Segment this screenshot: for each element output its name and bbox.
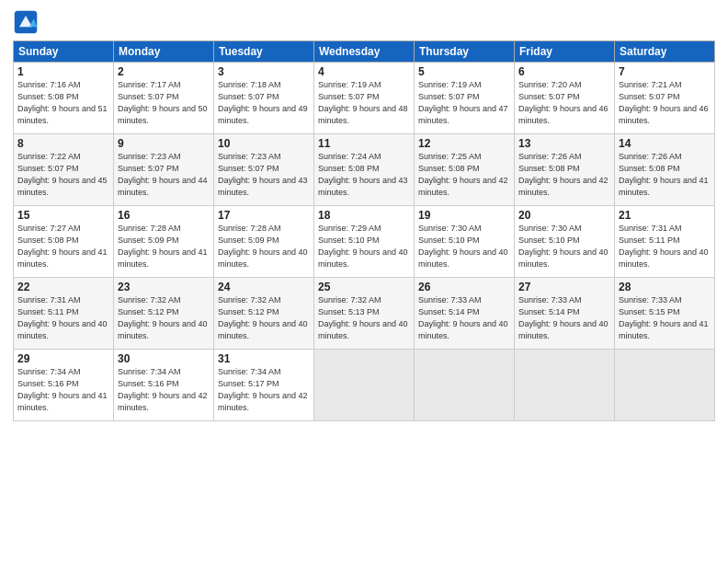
- day-number: 26: [418, 281, 510, 293]
- weekday-saturday: Saturday: [615, 41, 715, 63]
- day-number: 17: [218, 209, 310, 222]
- day-number: 14: [619, 137, 711, 150]
- calendar-table: SundayMondayTuesdayWednesdayThursdayFrid…: [13, 40, 715, 421]
- day-cell: 7Sunrise: 7:21 AM Sunset: 5:07 PM Daylig…: [615, 63, 715, 134]
- day-info: Sunrise: 7:22 AM Sunset: 5:07 PM Dayligh…: [17, 151, 109, 199]
- day-cell: 23Sunrise: 7:32 AM Sunset: 5:12 PM Dayli…: [114, 278, 214, 350]
- logo-icon: [13, 9, 39, 35]
- day-number: 4: [318, 65, 410, 78]
- day-cell: 12Sunrise: 7:25 AM Sunset: 5:08 PM Dayli…: [415, 134, 515, 206]
- day-info: Sunrise: 7:32 AM Sunset: 5:13 PM Dayligh…: [318, 294, 410, 342]
- day-cell: [615, 350, 715, 421]
- day-cell: 4Sunrise: 7:19 AM Sunset: 5:07 PM Daylig…: [314, 63, 415, 134]
- day-info: Sunrise: 7:30 AM Sunset: 5:10 PM Dayligh…: [518, 223, 610, 270]
- weekday-monday: Monday: [114, 41, 214, 63]
- weekday-tuesday: Tuesday: [214, 41, 314, 63]
- weekday-thursday: Thursday: [415, 41, 515, 63]
- week-row-2: 8Sunrise: 7:22 AM Sunset: 5:07 PM Daylig…: [14, 134, 715, 206]
- day-number: 2: [118, 65, 210, 78]
- day-number: 22: [17, 281, 109, 293]
- day-cell: 28Sunrise: 7:33 AM Sunset: 5:15 PM Dayli…: [615, 278, 715, 350]
- day-info: Sunrise: 7:33 AM Sunset: 5:14 PM Dayligh…: [418, 294, 510, 342]
- day-number: 23: [118, 281, 210, 293]
- day-info: Sunrise: 7:33 AM Sunset: 5:14 PM Dayligh…: [518, 294, 610, 342]
- day-info: Sunrise: 7:21 AM Sunset: 5:07 PM Dayligh…: [619, 79, 711, 127]
- weekday-header-row: SundayMondayTuesdayWednesdayThursdayFrid…: [14, 41, 715, 63]
- day-number: 29: [17, 352, 109, 365]
- day-cell: 8Sunrise: 7:22 AM Sunset: 5:07 PM Daylig…: [14, 134, 114, 206]
- day-info: Sunrise: 7:31 AM Sunset: 5:11 PM Dayligh…: [619, 223, 711, 270]
- day-cell: 17Sunrise: 7:28 AM Sunset: 5:09 PM Dayli…: [214, 206, 314, 278]
- day-info: Sunrise: 7:32 AM Sunset: 5:12 PM Dayligh…: [218, 294, 310, 342]
- day-number: 25: [318, 281, 410, 293]
- day-info: Sunrise: 7:33 AM Sunset: 5:15 PM Dayligh…: [619, 294, 711, 342]
- day-cell: 10Sunrise: 7:23 AM Sunset: 5:07 PM Dayli…: [214, 134, 314, 206]
- day-info: Sunrise: 7:31 AM Sunset: 5:11 PM Dayligh…: [17, 294, 109, 342]
- day-number: 30: [118, 352, 210, 365]
- day-cell: [415, 350, 515, 421]
- day-cell: 22Sunrise: 7:31 AM Sunset: 5:11 PM Dayli…: [14, 278, 114, 350]
- day-info: Sunrise: 7:27 AM Sunset: 5:08 PM Dayligh…: [17, 223, 109, 270]
- weekday-wednesday: Wednesday: [314, 41, 415, 63]
- day-number: 7: [619, 65, 711, 78]
- day-info: Sunrise: 7:19 AM Sunset: 5:07 PM Dayligh…: [318, 79, 410, 127]
- day-info: Sunrise: 7:32 AM Sunset: 5:12 PM Dayligh…: [118, 294, 210, 342]
- day-cell: 19Sunrise: 7:30 AM Sunset: 5:10 PM Dayli…: [415, 206, 515, 278]
- day-info: Sunrise: 7:34 AM Sunset: 5:16 PM Dayligh…: [118, 366, 210, 414]
- day-info: Sunrise: 7:16 AM Sunset: 5:08 PM Dayligh…: [17, 79, 109, 127]
- day-info: Sunrise: 7:18 AM Sunset: 5:07 PM Dayligh…: [218, 79, 310, 127]
- day-cell: 1Sunrise: 7:16 AM Sunset: 5:08 PM Daylig…: [14, 63, 114, 134]
- day-number: 15: [17, 209, 109, 222]
- week-row-5: 29Sunrise: 7:34 AM Sunset: 5:16 PM Dayli…: [14, 350, 715, 421]
- day-info: Sunrise: 7:26 AM Sunset: 5:08 PM Dayligh…: [619, 151, 711, 199]
- day-number: 9: [118, 137, 210, 150]
- day-number: 28: [619, 281, 711, 293]
- weekday-sunday: Sunday: [14, 41, 114, 63]
- day-cell: 30Sunrise: 7:34 AM Sunset: 5:16 PM Dayli…: [114, 350, 214, 421]
- day-info: Sunrise: 7:34 AM Sunset: 5:17 PM Dayligh…: [218, 366, 310, 414]
- day-cell: 14Sunrise: 7:26 AM Sunset: 5:08 PM Dayli…: [615, 134, 715, 206]
- day-number: 18: [318, 209, 410, 222]
- day-cell: 18Sunrise: 7:29 AM Sunset: 5:10 PM Dayli…: [314, 206, 415, 278]
- day-info: Sunrise: 7:24 AM Sunset: 5:08 PM Dayligh…: [318, 151, 410, 199]
- day-cell: 25Sunrise: 7:32 AM Sunset: 5:13 PM Dayli…: [314, 278, 415, 350]
- day-info: Sunrise: 7:23 AM Sunset: 5:07 PM Dayligh…: [218, 151, 310, 199]
- day-cell: 16Sunrise: 7:28 AM Sunset: 5:09 PM Dayli…: [114, 206, 214, 278]
- day-cell: 2Sunrise: 7:17 AM Sunset: 5:07 PM Daylig…: [114, 63, 214, 134]
- day-number: 19: [418, 209, 510, 222]
- day-cell: 29Sunrise: 7:34 AM Sunset: 5:16 PM Dayli…: [14, 350, 114, 421]
- day-cell: 24Sunrise: 7:32 AM Sunset: 5:12 PM Dayli…: [214, 278, 314, 350]
- day-number: 5: [418, 65, 510, 78]
- day-cell: 26Sunrise: 7:33 AM Sunset: 5:14 PM Dayli…: [415, 278, 515, 350]
- day-cell: 6Sunrise: 7:20 AM Sunset: 5:07 PM Daylig…: [515, 63, 615, 134]
- day-cell: 31Sunrise: 7:34 AM Sunset: 5:17 PM Dayli…: [214, 350, 314, 421]
- day-cell: 27Sunrise: 7:33 AM Sunset: 5:14 PM Dayli…: [515, 278, 615, 350]
- day-number: 31: [218, 352, 310, 365]
- day-cell: 15Sunrise: 7:27 AM Sunset: 5:08 PM Dayli…: [14, 206, 114, 278]
- day-info: Sunrise: 7:20 AM Sunset: 5:07 PM Dayligh…: [518, 79, 610, 127]
- day-number: 24: [218, 281, 310, 293]
- day-cell: 13Sunrise: 7:26 AM Sunset: 5:08 PM Dayli…: [515, 134, 615, 206]
- day-info: Sunrise: 7:26 AM Sunset: 5:08 PM Dayligh…: [518, 151, 610, 199]
- day-number: 16: [118, 209, 210, 222]
- day-info: Sunrise: 7:29 AM Sunset: 5:10 PM Dayligh…: [318, 223, 410, 270]
- week-row-1: 1Sunrise: 7:16 AM Sunset: 5:08 PM Daylig…: [14, 63, 715, 134]
- day-cell: [314, 350, 415, 421]
- header: [13, 9, 715, 35]
- day-number: 10: [218, 137, 310, 150]
- day-info: Sunrise: 7:34 AM Sunset: 5:16 PM Dayligh…: [17, 366, 109, 414]
- day-cell: 5Sunrise: 7:19 AM Sunset: 5:07 PM Daylig…: [415, 63, 515, 134]
- day-number: 20: [518, 209, 610, 222]
- weekday-friday: Friday: [515, 41, 615, 63]
- day-cell: 21Sunrise: 7:31 AM Sunset: 5:11 PM Dayli…: [615, 206, 715, 278]
- day-cell: 11Sunrise: 7:24 AM Sunset: 5:08 PM Dayli…: [314, 134, 415, 206]
- day-info: Sunrise: 7:28 AM Sunset: 5:09 PM Dayligh…: [218, 223, 310, 270]
- day-cell: 3Sunrise: 7:18 AM Sunset: 5:07 PM Daylig…: [214, 63, 314, 134]
- day-number: 12: [418, 137, 510, 150]
- page-container: SundayMondayTuesdayWednesdayThursdayFrid…: [0, 0, 728, 563]
- day-info: Sunrise: 7:25 AM Sunset: 5:08 PM Dayligh…: [418, 151, 510, 199]
- day-number: 8: [17, 137, 109, 150]
- day-number: 13: [518, 137, 610, 150]
- day-number: 11: [318, 137, 410, 150]
- week-row-4: 22Sunrise: 7:31 AM Sunset: 5:11 PM Dayli…: [14, 278, 715, 350]
